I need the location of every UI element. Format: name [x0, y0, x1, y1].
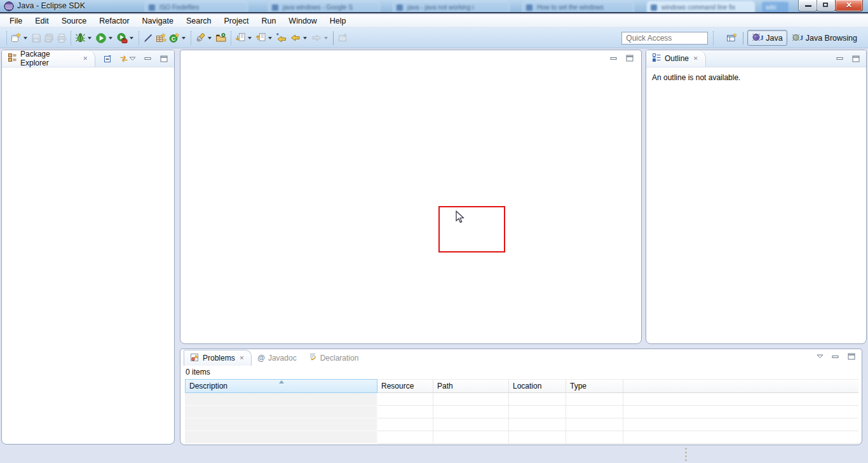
column-header-description[interactable]: Description [185, 379, 377, 393]
package-explorer-body[interactable] [2, 67, 174, 445]
search-flashlight-icon [195, 32, 206, 43]
outline-view: Outline ✕ An outline is not available. [646, 50, 867, 344]
outline-empty-message: An outline is not available. [646, 67, 866, 88]
package-explorer-tab[interactable]: Package Explorer ✕ [2, 50, 95, 67]
minimize-view-icon[interactable] [144, 55, 152, 62]
menu-refactor[interactable]: Refactor [93, 15, 135, 27]
external-tools-button[interactable] [115, 31, 136, 46]
menu-edit[interactable]: Edit [29, 15, 55, 27]
table-row [185, 406, 858, 418]
minimize-button[interactable] [798, 0, 817, 11]
perspective-java-button[interactable]: J Java [747, 30, 787, 46]
svg-text:J: J [799, 34, 803, 41]
new-java-project-button[interactable] [154, 31, 168, 46]
editor-area-controls [610, 55, 634, 62]
editor-area[interactable] [180, 50, 642, 344]
maximize-view-icon[interactable] [848, 353, 855, 360]
package-explorer-controls [129, 50, 168, 67]
svg-text:C: C [172, 36, 176, 42]
view-menu-icon[interactable] [817, 353, 824, 360]
minimize-icon [805, 5, 811, 7]
maximize-view-icon[interactable] [626, 55, 634, 62]
background-browser-tab: windows command line fix [647, 1, 755, 13]
tab-declaration[interactable]: Declaration [302, 350, 365, 366]
run-dropdown-icon [109, 37, 112, 39]
debug-button[interactable] [74, 31, 94, 46]
forward-button [309, 31, 330, 46]
menu-help[interactable]: Help [323, 15, 353, 27]
tab-javadoc[interactable]: @ Javadoc [252, 350, 302, 366]
print-button [55, 31, 68, 46]
view-menu-icon[interactable] [129, 57, 136, 61]
problems-table[interactable]: Description Resource Path Location Type [185, 379, 858, 444]
tab-javadoc-label: Javadoc [268, 354, 297, 363]
search-dropdown-icon [208, 37, 212, 39]
close-button[interactable]: ✕ [835, 0, 863, 11]
last-edit-location-button[interactable]: * [275, 31, 288, 46]
perspective-java-browsing-button[interactable]: J Java Browsing [787, 30, 862, 46]
column-header-resource[interactable]: Resource [377, 379, 433, 393]
open-type-button[interactable] [214, 31, 228, 46]
collapse-all-button[interactable] [103, 54, 112, 64]
table-row [185, 393, 858, 406]
next-annotation-button[interactable] [234, 31, 254, 46]
close-icon[interactable]: ✕ [238, 354, 246, 362]
menu-search[interactable]: Search [180, 15, 218, 27]
pin-editor-icon [337, 32, 348, 43]
table-row [185, 431, 858, 444]
package-explorer-toolbar [103, 50, 129, 67]
minimize-view-icon[interactable] [836, 55, 844, 62]
new-java-class-button[interactable]: C [168, 31, 188, 46]
problems-view: Problems ✕ @ Javadoc Declaration 0 items [180, 349, 862, 445]
column-header-location[interactable]: Location [509, 379, 566, 393]
perspective-java-label: Java [766, 34, 782, 43]
titlebar[interactable]: ISO Fixdefiles java windows - Google S j… [0, 0, 868, 13]
debug-bug-icon [75, 32, 86, 43]
restore-button[interactable] [817, 0, 836, 11]
back-button[interactable] [288, 31, 309, 46]
mark-occurrences-icon [143, 33, 153, 43]
menu-file[interactable]: File [3, 15, 29, 27]
link-with-editor-button[interactable] [119, 54, 129, 64]
minimize-view-icon[interactable] [610, 55, 618, 62]
outline-tab[interactable]: Outline ✕ [646, 50, 706, 67]
column-header-path[interactable]: Path [433, 379, 509, 393]
favicon-icon [651, 4, 657, 11]
quick-access-input[interactable] [621, 32, 708, 45]
minimize-view-icon[interactable] [832, 353, 839, 360]
problems-table-header: Description Resource Path Location Type [185, 379, 858, 393]
new-wizard-button[interactable] [10, 31, 30, 46]
new-wizard-icon [11, 32, 22, 43]
open-perspective-button[interactable] [725, 31, 739, 46]
menu-source[interactable]: Source [55, 15, 93, 27]
menu-project[interactable]: Project [218, 15, 255, 27]
close-icon: ✕ [836, 1, 862, 10]
run-button[interactable] [94, 31, 115, 46]
trim-drag-handle[interactable] [685, 448, 687, 461]
maximize-view-icon[interactable] [852, 55, 860, 62]
maximize-view-icon[interactable] [160, 55, 168, 62]
close-icon[interactable]: ✕ [692, 55, 700, 62]
window-controls: ✕ [799, 0, 863, 11]
external-tools-icon [116, 32, 128, 44]
svg-text:J: J [760, 34, 763, 41]
mouse-cursor [456, 211, 466, 227]
menu-navigate[interactable]: Navigate [136, 15, 180, 27]
toolbar-separator [191, 31, 191, 45]
pin-editor-button [336, 31, 349, 46]
favicon-icon [149, 4, 155, 11]
java-browsing-perspective-icon: J [792, 32, 803, 44]
tab-problems[interactable]: Problems ✕ [184, 350, 252, 366]
close-icon[interactable]: ✕ [81, 55, 89, 62]
column-header-type[interactable]: Type [566, 379, 623, 393]
problems-controls [817, 353, 855, 360]
search-button[interactable] [194, 31, 214, 46]
new-java-class-icon: C [169, 32, 180, 43]
menu-run[interactable]: Run [255, 15, 282, 27]
mark-occurrences-button[interactable] [142, 31, 154, 46]
menu-window[interactable]: Window [282, 15, 323, 27]
new-java-project-icon [156, 32, 166, 43]
toolbar-separator [6, 31, 7, 45]
sort-ascending-icon [279, 380, 284, 384]
previous-annotation-button[interactable] [254, 31, 275, 46]
